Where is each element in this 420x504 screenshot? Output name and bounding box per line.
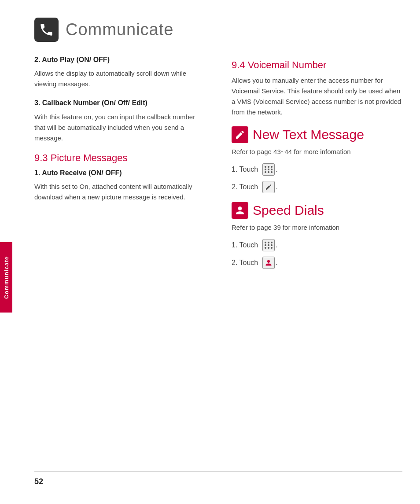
speed-dials-touch2: 2. Touch . bbox=[232, 257, 402, 269]
new-text-touch1-period: . bbox=[276, 165, 277, 174]
new-text-touch1: 1. Touch bbox=[232, 163, 402, 176]
speed-apps-grid-icon bbox=[262, 239, 275, 251]
speed-dials-touch2-label: 2. Touch bbox=[232, 258, 258, 268]
section93-heading: 9.3 Picture Messages bbox=[34, 152, 205, 164]
new-text-touch1-label: 1. Touch bbox=[232, 165, 258, 174]
new-text-message-section: New Text Message Refer to page 43~44 for… bbox=[232, 126, 402, 193]
page-title: Communicate bbox=[66, 20, 173, 39]
speed-touch2-period: . bbox=[276, 258, 277, 268]
main-content: Communicate 2. Auto Play (ON/ OFF) Allow… bbox=[12, 0, 420, 504]
new-text-message-icon bbox=[232, 126, 248, 143]
new-text-touch2: 2. Touch . bbox=[232, 181, 402, 193]
speed-dials-touch1-label: 1. Touch bbox=[232, 240, 258, 250]
compose-icon bbox=[262, 181, 275, 193]
new-text-message-desc: Refer to page 43~44 for more infomation bbox=[232, 147, 402, 157]
apps-grid-icon bbox=[262, 163, 275, 176]
item2-body: Allows the display to automatically scro… bbox=[34, 68, 205, 89]
section-94: 9.4 Voicemail Number Allows you to manua… bbox=[232, 59, 402, 118]
side-tab: Communicate bbox=[0, 242, 12, 313]
new-text-touch2-period: . bbox=[276, 182, 277, 192]
right-column: 9.4 Voicemail Number Allows you to manua… bbox=[232, 55, 402, 458]
speed-dials-section: Speed Dials Refer to page 39 for more in… bbox=[232, 202, 402, 269]
item2-label: 2. Auto Play (ON/ OFF) bbox=[34, 55, 205, 65]
speed-touch1-period: . bbox=[276, 240, 277, 250]
speed-dials-touch1: 1. Touch bbox=[232, 239, 402, 251]
page-footer: 52 bbox=[34, 471, 402, 486]
new-text-message-header: New Text Message bbox=[232, 126, 402, 143]
speed-person-icon bbox=[262, 257, 275, 269]
item-callback-number: 3. Callback Number (On/ Off/ Edit) With … bbox=[34, 98, 205, 143]
communicate-icon bbox=[34, 18, 59, 42]
section93-item1-body: With this set to On, attached content wi… bbox=[34, 181, 205, 202]
item3-body: With this feature on, you can input the … bbox=[34, 112, 205, 143]
section94-heading: 9.4 Voicemail Number bbox=[232, 59, 402, 71]
speed-dot-grid-icon bbox=[265, 242, 273, 249]
page-number: 52 bbox=[34, 477, 43, 486]
item3-label: 3. Callback Number (On/ Off/ Edit) bbox=[34, 98, 205, 108]
speed-dials-icon bbox=[232, 202, 248, 219]
columns-layout: 2. Auto Play (ON/ OFF) Allows the displa… bbox=[34, 55, 402, 458]
new-text-message-title: New Text Message bbox=[253, 127, 364, 142]
speed-dials-header: Speed Dials bbox=[232, 202, 402, 219]
dot-grid-icon bbox=[265, 166, 273, 173]
new-text-touch2-label: 2. Touch bbox=[232, 182, 258, 192]
speed-dials-desc: Refer to page 39 for more infomation bbox=[232, 222, 402, 233]
side-tab-label: Communicate bbox=[3, 256, 10, 299]
section93-item1-label: 1. Auto Receive (ON/ OFF) bbox=[34, 168, 205, 178]
speed-dials-title: Speed Dials bbox=[253, 203, 324, 218]
left-column: 2. Auto Play (ON/ OFF) Allows the displa… bbox=[34, 55, 214, 458]
section94-body: Allows you to manually enter the access … bbox=[232, 75, 402, 118]
page-header: Communicate bbox=[34, 18, 402, 42]
item-auto-play: 2. Auto Play (ON/ OFF) Allows the displa… bbox=[34, 55, 205, 89]
section-93: 9.3 Picture Messages 1. Auto Receive (ON… bbox=[34, 152, 205, 202]
